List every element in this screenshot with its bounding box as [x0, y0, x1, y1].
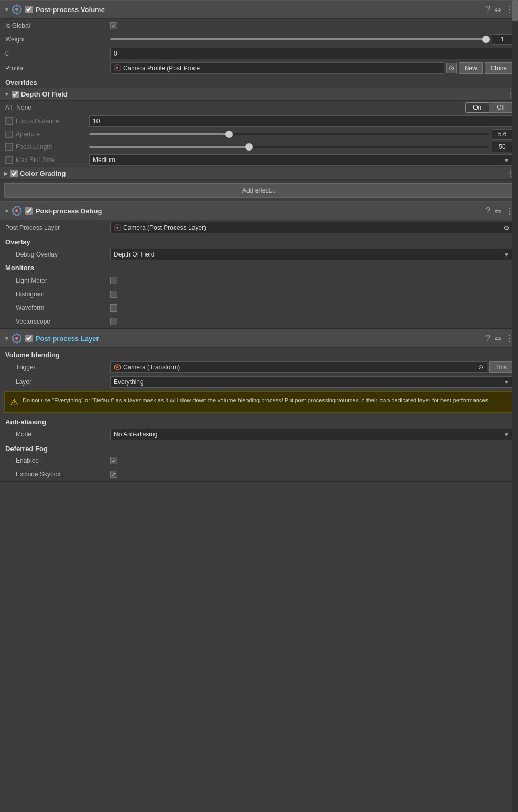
fold-arrow-layer[interactable]: ▼	[4, 336, 9, 341]
anti-aliasing-mode-row: Mode No Anti-aliasing ▼	[0, 427, 518, 442]
add-effect-button[interactable]: Add effect...	[4, 183, 514, 198]
trigger-value: Camera (Transform) ⊙ This	[110, 361, 513, 373]
volume-enabled-checkbox[interactable]	[25, 6, 33, 13]
post-process-layer-target[interactable]: ⊙	[504, 224, 509, 231]
vectorscope-value	[110, 318, 513, 325]
post-process-debug-title: Post-process Debug	[36, 207, 485, 215]
debug-sliders-icon[interactable]: ⇔	[494, 206, 501, 216]
dof-header[interactable]: ▼ Depth Of Field ⋮	[0, 88, 518, 101]
weight-input[interactable]	[492, 34, 513, 45]
waveform-row: Waveform	[0, 301, 518, 315]
aperture-row: Aperture	[0, 128, 518, 141]
fog-enabled-checkbox[interactable]	[110, 457, 117, 464]
color-grading-enabled-checkbox[interactable]	[10, 170, 18, 177]
dof-enabled-checkbox[interactable]	[12, 91, 19, 98]
post-process-layer-row: Post Process Layer Camera (Post Process …	[0, 220, 518, 235]
post-process-layer-header[interactable]: ▼ Post-process Layer ? ⇔ ⋮	[0, 329, 518, 348]
fog-enabled-value	[110, 457, 513, 464]
histogram-value	[110, 291, 513, 298]
focal-length-override-check[interactable]	[5, 143, 13, 151]
trigger-field-group: Camera (Transform) ⊙ This	[110, 361, 513, 373]
priority-row: 0	[0, 46, 518, 61]
scrollbar-thumb[interactable]	[512, 0, 518, 21]
focal-length-input[interactable]	[492, 142, 513, 152]
question-icon[interactable]: ?	[485, 5, 490, 14]
aperture-slider-track[interactable]	[89, 133, 489, 135]
trigger-field[interactable]: Camera (Transform) ⊙	[110, 361, 487, 373]
weight-label: Weight	[5, 36, 110, 43]
layer-dropdown-value: Everything	[114, 378, 144, 386]
layer-question-icon[interactable]: ?	[485, 334, 490, 343]
focus-distance-override-check[interactable]	[5, 117, 13, 125]
aperture-input[interactable]	[492, 129, 513, 140]
layer-dropdown-arrow: ▼	[504, 379, 509, 385]
focal-length-value	[89, 142, 513, 152]
volume-blending-label: Volume blending	[0, 348, 518, 360]
profile-field[interactable]: Camera Profile (Post Proce	[110, 62, 444, 74]
post-process-debug-header[interactable]: ▼ Post-process Debug ? ⇔ ⋮	[0, 201, 518, 220]
debug-overlay-dropdown-value: Depth Of Field	[114, 251, 154, 258]
deferred-fog-enabled-row: Enabled	[0, 454, 518, 467]
histogram-checkbox[interactable]	[110, 291, 117, 298]
debug-overlay-dropdown[interactable]: Depth Of Field ▼	[110, 249, 513, 260]
vectorscope-row: Vectorscope	[0, 315, 518, 328]
histogram-row: Histogram	[0, 287, 518, 301]
profile-target-btn[interactable]: ⊙	[446, 63, 457, 73]
none-link[interactable]: None	[16, 104, 31, 111]
exclude-skybox-checkbox[interactable]	[110, 471, 117, 478]
focal-length-slider-track[interactable]	[89, 146, 489, 148]
mode-dropdown[interactable]: No Anti-aliasing ▼	[110, 429, 513, 440]
focus-distance-row: Focus Distance	[0, 114, 518, 128]
max-blur-size-dropdown[interactable]: Medium ▼	[89, 154, 513, 166]
light-meter-checkbox[interactable]	[110, 277, 117, 284]
priority-input[interactable]	[110, 48, 513, 59]
post-process-layer-icon	[114, 224, 123, 232]
focal-length-slider-thumb[interactable]	[245, 143, 253, 151]
post-process-volume-header[interactable]: ▼ Post-process Volume ? ⇔ ⋮	[0, 0, 518, 19]
scrollbar[interactable]	[512, 0, 518, 812]
focus-distance-input[interactable]	[89, 115, 513, 127]
waveform-checkbox[interactable]	[110, 304, 117, 312]
is-global-checkbox[interactable]	[110, 22, 117, 29]
debug-overlay-dropdown-arrow: ▼	[504, 252, 509, 258]
fog-enabled-label: Enabled	[5, 457, 110, 464]
unity-logo-volume	[12, 4, 22, 15]
all-link[interactable]: All	[5, 104, 12, 111]
trigger-target-icon[interactable]: ⊙	[478, 364, 483, 371]
fold-arrow-volume[interactable]: ▼	[4, 7, 9, 13]
debug-header-icons: ? ⇔ ⋮	[485, 206, 514, 216]
anti-aliasing-label: Anti-aliasing	[0, 415, 518, 427]
layer-sliders-icon[interactable]: ⇔	[494, 334, 501, 344]
post-process-layer-field[interactable]: Camera (Post Process Layer) ⊙	[110, 222, 513, 233]
aperture-slider-thumb[interactable]	[225, 131, 233, 138]
profile-new-btn[interactable]: New	[459, 62, 483, 74]
trigger-this-btn[interactable]: This	[489, 361, 513, 373]
profile-row-inner: Camera Profile (Post Proce ⊙ New Clone	[110, 62, 513, 74]
layer-enabled-checkbox[interactable]	[25, 335, 33, 342]
off-button[interactable]: Off	[489, 102, 513, 113]
debug-enabled-checkbox[interactable]	[25, 207, 33, 215]
layer-label: Layer	[5, 378, 110, 386]
aperture-slider-fill	[89, 133, 229, 135]
color-grading-fold-arrow[interactable]: ▶	[4, 170, 8, 176]
mode-label: Mode	[5, 431, 110, 438]
exclude-skybox-row: Exclude Skybox	[0, 467, 518, 481]
sliders-icon[interactable]: ⇔	[494, 5, 501, 15]
layer-dropdown[interactable]: Everything ▼	[110, 376, 513, 388]
weight-slider-track[interactable]	[110, 38, 489, 40]
profile-clone-btn[interactable]: Clone	[485, 62, 513, 74]
vectorscope-checkbox[interactable]	[110, 318, 117, 325]
debug-question-icon[interactable]: ?	[485, 206, 490, 216]
dof-fold-arrow[interactable]: ▼	[4, 91, 9, 97]
aperture-override-check[interactable]	[5, 131, 13, 138]
is-global-row: Is Global	[0, 19, 518, 33]
profile-unity-logo	[114, 64, 121, 73]
on-button[interactable]: On	[465, 102, 489, 113]
waveform-label: Waveform	[5, 304, 110, 312]
color-grading-header[interactable]: ▶ Color Grading ⋮	[0, 167, 518, 180]
max-blur-size-override-check[interactable]	[5, 156, 13, 164]
post-process-layer-value: Camera (Post Process Layer) ⊙	[110, 222, 513, 233]
weight-slider-thumb[interactable]	[482, 36, 490, 43]
fold-arrow-debug[interactable]: ▼	[4, 208, 9, 214]
warning-text: Do not use "Everything" or "Default" as …	[23, 396, 490, 405]
